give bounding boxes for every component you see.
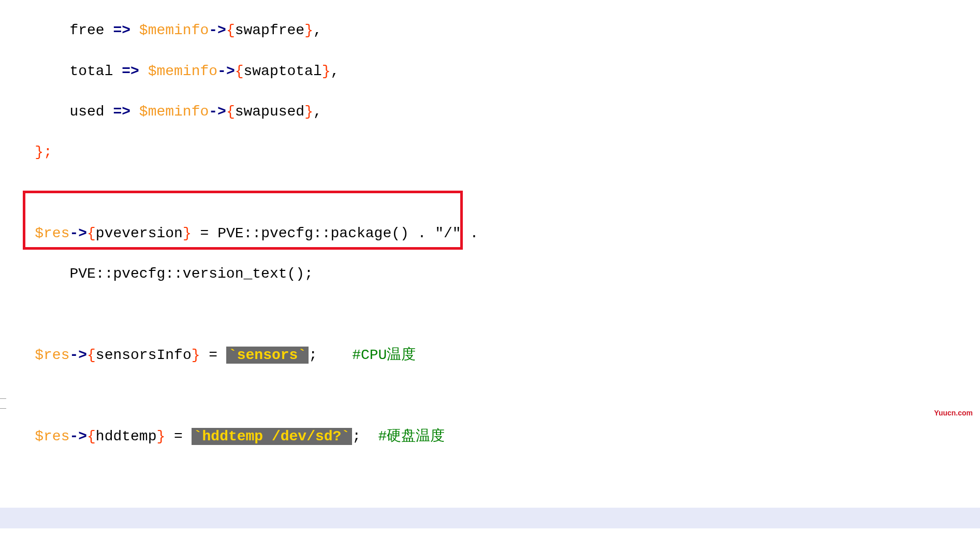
code-line: $res->{hddtemp} = `hddtemp /dev/sd?`; #硬… — [0, 426, 980, 447]
code-line: }; — [0, 142, 980, 162]
blank-line — [0, 386, 980, 406]
cursor-line-highlight — [0, 508, 980, 528]
comment-hdd-temp: #硬盘温度 — [378, 428, 445, 444]
blank-line — [0, 467, 980, 487]
gutter-marker-icon — [0, 398, 6, 409]
code-line: used => $meminfo->{swapused}, — [0, 102, 980, 122]
blank-line — [0, 305, 980, 325]
code-line: free => $meminfo->{swapfree}, — [0, 20, 980, 40]
comment-cpu-temp: #CPU温度 — [352, 347, 416, 363]
code-line: $res->{sensorsInfo} = `sensors`; #CPU温度 — [0, 345, 980, 365]
code-line: PVE::pvecfg::version_text(); — [0, 264, 980, 284]
watermark-yuucn: Yuucn.com — [934, 408, 973, 419]
code-line: $res->{pveversion} = PVE::pvecfg::packag… — [0, 223, 980, 243]
command-hddtemp: `hddtemp /dev/sd?` — [192, 428, 352, 445]
command-sensors: `sensors` — [226, 347, 309, 364]
code-editor: free => $meminfo->{swapfree}, total => $… — [0, 0, 980, 546]
code-line: total => $meminfo->{swaptotal}, — [0, 61, 980, 81]
blank-line — [0, 183, 980, 203]
